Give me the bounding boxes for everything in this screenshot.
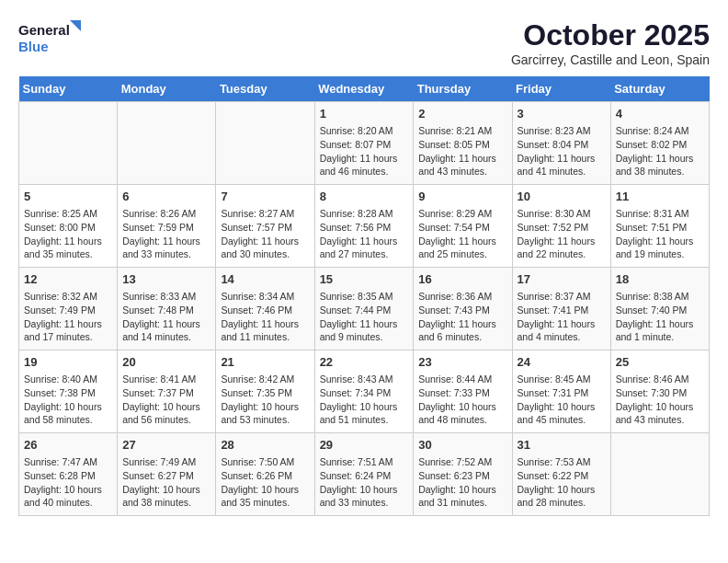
day-info: Sunset: 6:24 PM <box>320 469 409 483</box>
day-info: Sunrise: 8:31 AM <box>616 207 704 221</box>
day-info: Sunset: 6:28 PM <box>24 469 112 483</box>
day-info: Sunrise: 8:26 AM <box>122 207 210 221</box>
day-info: and 4 minutes. <box>518 330 606 344</box>
calendar-cell: 9Sunrise: 8:29 AMSunset: 7:54 PMDaylight… <box>414 185 512 268</box>
calendar-cell: 8Sunrise: 8:28 AMSunset: 7:56 PMDaylight… <box>314 185 414 268</box>
day-number: 14 <box>221 271 309 288</box>
day-info: Sunset: 7:49 PM <box>24 304 112 317</box>
calendar-cell: 11Sunrise: 8:31 AMSunset: 7:51 PMDayligh… <box>610 185 709 268</box>
calendar-cell: 16Sunrise: 8:36 AMSunset: 7:43 PMDayligh… <box>414 268 512 350</box>
day-number: 11 <box>616 189 704 205</box>
day-info: Sunrise: 8:25 AM <box>24 207 112 221</box>
day-info: Daylight: 10 hours <box>518 400 606 414</box>
page-header: General Blue October 2025 Garcirrey, Cas… <box>18 18 710 67</box>
day-info: Sunset: 8:05 PM <box>418 138 506 152</box>
day-info: Sunrise: 8:21 AM <box>418 124 506 138</box>
day-info: Daylight: 11 hours <box>122 317 210 331</box>
day-number: 25 <box>616 354 704 371</box>
day-info: Sunrise: 8:44 AM <box>418 373 506 386</box>
calendar-cell: 24Sunrise: 8:45 AMSunset: 7:31 PMDayligh… <box>512 350 610 433</box>
day-info: and 41 minutes. <box>518 165 606 178</box>
day-info: and 38 minutes. <box>122 496 210 510</box>
day-info: Sunrise: 8:35 AM <box>320 290 409 304</box>
day-info: Daylight: 11 hours <box>24 235 112 248</box>
day-info: Sunset: 7:40 PM <box>616 304 704 317</box>
month-title: October 2025 <box>511 18 710 52</box>
day-info: Sunset: 7:31 PM <box>518 386 606 400</box>
calendar-cell: 27Sunrise: 7:49 AMSunset: 6:27 PMDayligh… <box>118 433 216 516</box>
logo: General Blue <box>18 18 83 60</box>
day-number: 31 <box>518 437 606 454</box>
day-info: Daylight: 10 hours <box>320 400 409 414</box>
day-info: Sunset: 7:59 PM <box>122 221 210 235</box>
day-info: and 11 minutes. <box>221 330 309 344</box>
day-info: Sunrise: 7:53 AM <box>518 455 606 469</box>
day-info: and 38 minutes. <box>616 165 704 178</box>
calendar-cell: 22Sunrise: 8:43 AMSunset: 7:34 PMDayligh… <box>314 350 414 433</box>
week-row-2: 5Sunrise: 8:25 AMSunset: 8:00 PMDaylight… <box>19 185 710 268</box>
day-info: Daylight: 10 hours <box>518 483 606 497</box>
day-info: Sunrise: 8:38 AM <box>616 290 704 304</box>
calendar-cell <box>19 102 118 185</box>
day-number: 20 <box>122 354 210 371</box>
week-row-3: 12Sunrise: 8:32 AMSunset: 7:49 PMDayligh… <box>19 268 710 350</box>
day-info: Sunrise: 8:36 AM <box>418 290 506 304</box>
day-info: Sunset: 7:46 PM <box>221 304 309 317</box>
day-info: Daylight: 11 hours <box>320 152 409 166</box>
day-info: Daylight: 11 hours <box>418 152 506 166</box>
day-info: Sunrise: 7:50 AM <box>221 455 309 469</box>
day-info: and 45 minutes. <box>518 413 606 427</box>
day-info: Sunset: 7:43 PM <box>418 304 506 317</box>
day-info: Daylight: 10 hours <box>616 400 704 414</box>
calendar-cell: 6Sunrise: 8:26 AMSunset: 7:59 PMDaylight… <box>118 185 216 268</box>
day-info: Sunrise: 8:41 AM <box>122 373 210 386</box>
calendar-cell: 12Sunrise: 8:32 AMSunset: 7:49 PMDayligh… <box>19 268 118 350</box>
day-info: Sunset: 6:27 PM <box>122 469 210 483</box>
day-info: and 28 minutes. <box>518 496 606 510</box>
calendar-cell: 1Sunrise: 8:20 AMSunset: 8:07 PMDaylight… <box>314 102 414 185</box>
day-info: Daylight: 11 hours <box>320 235 409 248</box>
day-info: and 33 minutes. <box>320 496 409 510</box>
weekday-header-friday: Friday <box>512 76 610 102</box>
day-info: Daylight: 11 hours <box>518 152 606 166</box>
day-info: Sunset: 7:37 PM <box>122 386 210 400</box>
week-row-1: 1Sunrise: 8:20 AMSunset: 8:07 PMDaylight… <box>19 102 710 185</box>
day-number: 19 <box>24 354 112 371</box>
day-info: and 31 minutes. <box>418 496 506 510</box>
day-info: Sunrise: 8:29 AM <box>418 207 506 221</box>
day-number: 18 <box>616 271 704 288</box>
logo-svg: General Blue <box>18 18 83 60</box>
day-info: Sunrise: 8:40 AM <box>24 373 112 386</box>
day-info: Daylight: 11 hours <box>518 317 606 331</box>
day-info: Daylight: 11 hours <box>122 235 210 248</box>
day-info: and 9 minutes. <box>320 330 409 344</box>
day-number: 4 <box>616 106 704 122</box>
day-info: and 43 minutes. <box>418 165 506 178</box>
day-info: Sunrise: 8:32 AM <box>24 290 112 304</box>
day-info: Sunrise: 7:49 AM <box>122 455 210 469</box>
day-info: Sunset: 6:23 PM <box>418 469 506 483</box>
day-number: 1 <box>320 106 409 122</box>
day-info: and 22 minutes. <box>518 247 606 261</box>
day-number: 12 <box>24 271 112 288</box>
day-info: Sunset: 7:35 PM <box>221 386 309 400</box>
day-info: Sunrise: 8:27 AM <box>221 207 309 221</box>
day-info: Daylight: 11 hours <box>418 235 506 248</box>
day-info: Sunrise: 8:46 AM <box>616 373 704 386</box>
calendar-table: SundayMondayTuesdayWednesdayThursdayFrid… <box>18 76 710 516</box>
calendar-cell: 2Sunrise: 8:21 AMSunset: 8:05 PMDaylight… <box>414 102 512 185</box>
weekday-header-wednesday: Wednesday <box>314 76 414 102</box>
svg-marker-2 <box>70 20 81 31</box>
calendar-cell: 26Sunrise: 7:47 AMSunset: 6:28 PMDayligh… <box>19 433 118 516</box>
day-number: 2 <box>418 106 506 122</box>
day-info: Daylight: 10 hours <box>24 483 112 497</box>
calendar-cell: 20Sunrise: 8:41 AMSunset: 7:37 PMDayligh… <box>118 350 216 433</box>
day-info: Sunset: 7:51 PM <box>616 221 704 235</box>
calendar-cell <box>216 102 314 185</box>
calendar-cell: 21Sunrise: 8:42 AMSunset: 7:35 PMDayligh… <box>216 350 314 433</box>
day-info: Daylight: 11 hours <box>221 235 309 248</box>
day-info: Daylight: 10 hours <box>122 400 210 414</box>
day-info: Sunset: 7:30 PM <box>616 386 704 400</box>
day-info: Sunset: 7:57 PM <box>221 221 309 235</box>
day-info: Sunset: 7:48 PM <box>122 304 210 317</box>
